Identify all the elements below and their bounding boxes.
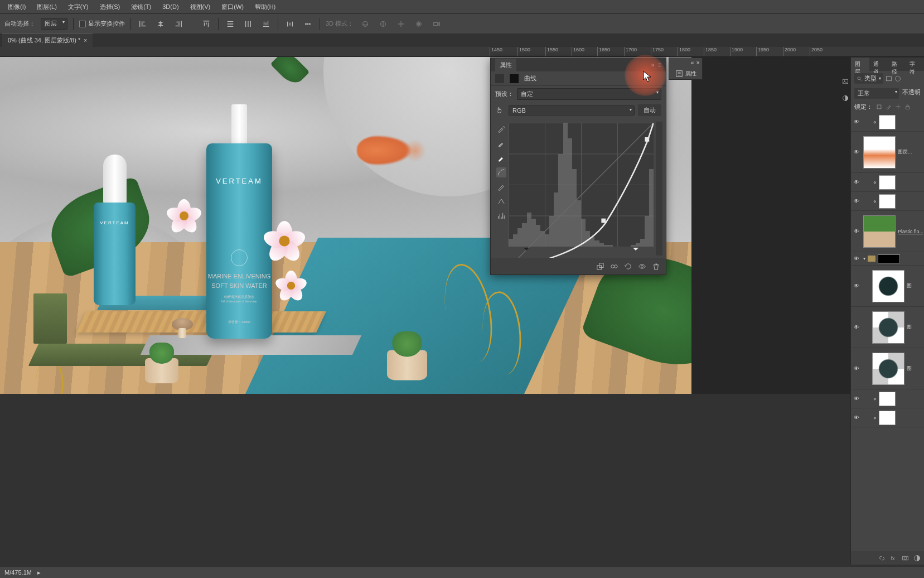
clip-to-layer-icon[interactable] <box>596 262 604 271</box>
menu-view[interactable]: 视图(V) <box>186 1 215 13</box>
blend-mode-select[interactable]: 正常 <box>854 88 899 99</box>
distribute-bottom-icon[interactable] <box>260 18 272 30</box>
visibility-toggle[interactable]: 👁 <box>852 365 861 372</box>
align-top-icon[interactable] <box>200 18 212 30</box>
visibility-toggle[interactable]: 👁 <box>852 198 861 204</box>
group-collapse-icon[interactable]: ▾ <box>863 256 865 261</box>
layer-thumbnail[interactable] <box>872 311 904 344</box>
layer-row[interactable]: 👁 ⋄ <box>851 173 924 192</box>
new-adjustment-icon[interactable] <box>913 555 921 562</box>
secondary-panel-label[interactable]: 属性 <box>685 70 696 78</box>
panel-header[interactable]: 属性 » ≡ <box>491 58 666 71</box>
visibility-toggle[interactable]: 👁 <box>852 179 861 185</box>
eyedropper-gray-icon[interactable] <box>496 138 506 148</box>
visibility-toggle[interactable]: 👁 <box>852 149 861 155</box>
layer-thumbnail[interactable] <box>879 194 896 209</box>
layer-thumbnail[interactable] <box>863 215 896 248</box>
layer-row[interactable]: 👁 ⋄ <box>851 113 924 132</box>
input-slider[interactable] <box>526 248 636 256</box>
layer-thumbnail[interactable] <box>863 136 896 168</box>
lock-transparent-icon[interactable] <box>876 104 882 110</box>
distribute-vcenter-icon[interactable] <box>242 18 254 30</box>
view-previous-icon[interactable] <box>610 262 618 271</box>
menu-filter[interactable]: 滤镜(T) <box>127 1 156 13</box>
link-layers-icon[interactable] <box>878 555 886 562</box>
canvas-area[interactable]: VERTEAM MARINE ENLIVENING SOFT SKIN WATE… <box>0 57 924 394</box>
tab-char[interactable]: 字符 <box>906 57 924 71</box>
tab-layers[interactable]: 图层 <box>851 57 869 71</box>
histogram-toggle-icon[interactable] <box>496 211 506 221</box>
properties-tab[interactable]: 属性 <box>495 59 516 71</box>
menu-3d[interactable]: 3D(D) <box>158 1 183 12</box>
delete-icon[interactable] <box>652 262 660 271</box>
adjustments-icon[interactable] <box>675 70 683 78</box>
show-transform-checkbox[interactable]: 显示变换控件 <box>79 20 125 28</box>
finger-tool-icon[interactable] <box>495 106 505 115</box>
tab-channels[interactable]: 通道 <box>869 57 888 71</box>
distribute-h-icon[interactable] <box>284 18 296 30</box>
menu-select[interactable]: 选择(S) <box>95 1 125 13</box>
layer-thumbnail[interactable] <box>879 392 896 406</box>
more-options-icon[interactable] <box>302 18 314 30</box>
image-panel-icon[interactable] <box>842 78 849 85</box>
layer-thumbnail[interactable] <box>879 175 896 190</box>
layer-thumbnail[interactable] <box>872 353 904 385</box>
layer-thumbnail[interactable] <box>879 115 896 129</box>
menu-window[interactable]: 窗口(W) <box>217 1 248 13</box>
layer-fx-icon[interactable]: fx <box>890 555 897 562</box>
panel-menu-icon[interactable]: ≡ <box>658 61 661 68</box>
layer-row[interactable]: 👁 图 <box>851 266 924 307</box>
status-chevron-icon[interactable]: ▸ <box>37 569 41 576</box>
layer-thumbnail[interactable] <box>879 411 896 425</box>
layer-thumbnail[interactable] <box>872 270 904 302</box>
visibility-toggle[interactable]: 👁 <box>852 396 861 402</box>
close-icon[interactable]: × <box>696 59 700 64</box>
menu-layer[interactable]: 图层(L) <box>32 1 61 13</box>
menu-image[interactable]: 图像(I) <box>3 1 30 13</box>
lock-pixels-icon[interactable] <box>886 104 892 110</box>
reset-icon[interactable] <box>624 262 632 271</box>
panel-scrollbar[interactable] <box>656 122 662 256</box>
visibility-toggle[interactable]: 👁 <box>852 283 861 289</box>
filter-image-icon[interactable] <box>886 75 892 82</box>
layer-filter-type[interactable]: 类型 ▾ <box>854 73 883 84</box>
layer-row[interactable]: 👁 ⋄ <box>851 192 924 211</box>
horizontal-ruler[interactable]: 1450 1500 1550 1600 1650 1700 1750 1800 … <box>0 47 924 57</box>
layer-row[interactable]: 👁 ⋄ <box>851 389 924 408</box>
pencil-curve-icon[interactable] <box>496 182 506 192</box>
preset-select[interactable]: 自定 <box>517 88 661 100</box>
layer-row[interactable]: 👁 图 <box>851 307 924 348</box>
tab-paths[interactable]: 路径 <box>888 57 906 71</box>
layer-row[interactable]: 👁 图层... <box>851 132 924 173</box>
layer-row[interactable]: 👁 Plastic flo... <box>851 211 924 252</box>
visibility-toggle[interactable]: 👁 <box>852 256 861 262</box>
layer-mask-icon[interactable] <box>902 555 909 562</box>
adjustment-panel-icon[interactable] <box>842 95 849 102</box>
document-tab[interactable]: 0% (曲线 34, 图层蒙版/8) *× <box>2 33 93 47</box>
layer-row[interactable]: 👁 ⋄ <box>851 408 924 427</box>
layer-list[interactable]: 👁 ⋄ 👁 图层... 👁 ⋄ 👁 ⋄ 👁 Plastic flo... 👁 ▾ <box>851 113 924 427</box>
close-tab-icon[interactable]: × <box>84 37 87 44</box>
visibility-toggle[interactable]: 👁 <box>852 324 861 330</box>
menu-type[interactable]: 文字(Y) <box>64 1 93 13</box>
curve-edit-icon[interactable] <box>496 167 506 177</box>
visibility-toggle[interactable]: 👁 <box>852 228 861 234</box>
auto-button[interactable]: 自动 <box>638 104 661 116</box>
align-left-icon[interactable] <box>137 18 149 30</box>
visibility-toggle[interactable]: 👁 <box>852 415 861 421</box>
expand-icon[interactable]: « <box>690 59 694 64</box>
distribute-top-icon[interactable] <box>224 18 236 30</box>
visibility-toggle[interactable]: 👁 <box>852 119 861 125</box>
auto-select-target[interactable]: 图层 <box>41 18 67 30</box>
lock-all-icon[interactable] <box>904 104 911 110</box>
layers-panel[interactable]: 图层 通道 路径 字符 类型 ▾ 正常 不透明 锁定： 👁 ⋄ 👁 图层.. <box>850 57 924 565</box>
filter-adjust-icon[interactable] <box>894 75 901 82</box>
layer-group-row[interactable]: 👁 ▾ <box>851 252 924 266</box>
menu-help[interactable]: 帮助(H) <box>250 1 280 13</box>
layer-row[interactable]: 👁 图 <box>851 348 924 389</box>
visibility-icon[interactable] <box>638 262 646 271</box>
collapse-panel-icon[interactable]: » <box>651 61 654 68</box>
curves-graph[interactable] <box>509 123 654 247</box>
channel-select[interactable]: RGB <box>509 105 635 115</box>
align-center-h-icon[interactable] <box>154 18 167 30</box>
